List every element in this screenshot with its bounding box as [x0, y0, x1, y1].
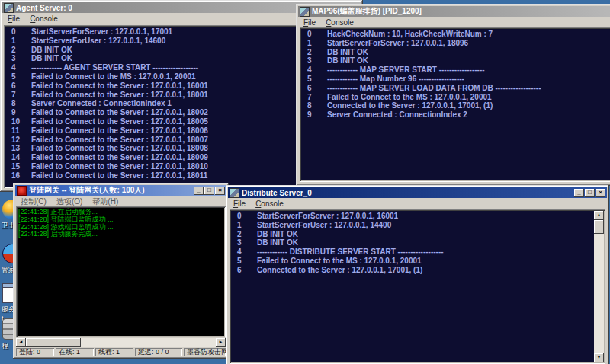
minimize-button[interactable]: _ [574, 189, 584, 197]
map96-title-bar[interactable]: MAP96(蝙盖服排货) [PID_1200] [298, 6, 610, 17]
menu-item[interactable]: Console [255, 200, 284, 208]
line-number: 6 [300, 84, 327, 93]
line-text: ------------ Map Number 96 -------------… [327, 75, 464, 84]
map96-console: 0 HackCheckNum : 10, HackCheckWriteNum :… [300, 27, 610, 182]
menu-item[interactable]: 帮助(H) [92, 196, 118, 207]
line-text: Failed to Connect to the MS : 127.0.0.1,… [31, 72, 196, 81]
console-line: 4 ------------ MAP SERVER START --------… [300, 65, 610, 75]
line-text: Failed to Connect to the Server : 127.0.… [31, 171, 207, 180]
console-line: 1 StartServerForUser : 127.0.0.1, 14400 [230, 221, 605, 230]
login-title-bar[interactable]: 登陆网关 -- 登陆网关(人数: 100人) _ □ × [15, 185, 226, 196]
scroll-thumb[interactable] [26, 338, 81, 347]
console-line: 1 StartServerForServer : 127.0.0.1, 1809… [300, 39, 610, 48]
status-segment: 线程: 1 [95, 348, 133, 356]
line-number: 2 [230, 230, 257, 239]
line-text: Failed to Connect to the Server : 127.0.… [31, 108, 208, 117]
line-text: Failed to Connect to the Server : 127.0.… [31, 81, 208, 91]
line-number: 8 [300, 101, 327, 110]
menu-item[interactable]: 控制(C) [21, 196, 47, 207]
scroll-thumb[interactable] [594, 220, 604, 234]
distribute-console: 0 StartServerForServer : 127.0.0.1, 1600… [230, 209, 605, 364]
line-number: 10 [4, 117, 31, 126]
line-text: Connected to the Server : 127.0.0.1, 170… [327, 101, 493, 110]
line-number: 1 [230, 221, 257, 230]
map96-menu-bar: FileConsole [298, 17, 610, 28]
menu-item[interactable]: File [233, 200, 246, 208]
line-text: Failed to Connect to the MS : 127.0.0.1,… [257, 257, 422, 266]
menu-item[interactable]: Console [30, 14, 58, 23]
status-segment: 延迟: 0 / 0 [135, 348, 182, 356]
line-number: 8 [4, 99, 31, 108]
distribute-title-bar[interactable]: Distribute Server_0 _ □ × [228, 187, 607, 198]
line-text: Failed to Connect to the Server : 127.0.… [31, 117, 208, 126]
scroll-right-button[interactable]: ► [216, 338, 226, 347]
map96-window: MAP96(蝙盖服排货) [PID_1200] FileConsole 0 Ha… [296, 4, 610, 186]
login-horizontal-scrollbar[interactable]: ◄ ► [16, 338, 226, 347]
scroll-track[interactable] [26, 338, 216, 347]
status-segment: 登陆: 0 [16, 348, 54, 356]
scroll-track[interactable] [594, 220, 604, 353]
minimize-button[interactable]: _ [194, 187, 204, 195]
scroll-down-button[interactable]: ▼ [594, 353, 604, 362]
line-number: 16 [4, 171, 31, 180]
window-title: MAP96(蝙盖服排货) [PID_1200] [312, 6, 422, 17]
line-number: 3 [300, 56, 327, 65]
line-text: Server Connected : ConnectionIndex 2 [327, 110, 467, 120]
line-text: DB INIT OK [327, 48, 368, 57]
desktop: { "glyphs":{"min":"_","max":"□","close":… [0, 0, 610, 364]
close-button[interactable]: × [596, 189, 605, 197]
line-text: Failed to Connect to the MS : 127.0.0.1,… [327, 93, 492, 102]
maximize-button[interactable]: □ [204, 187, 214, 195]
line-text: Failed to Connect to the Server : 127.0.… [31, 162, 208, 171]
line-number: 7 [300, 93, 327, 102]
window-title: 登陆网关 -- 登陆网关(人数: 100人) [29, 185, 145, 196]
distribute-vertical-scrollbar[interactable]: ▲ ▼ [594, 211, 604, 362]
menu-item[interactable]: File [8, 14, 20, 23]
line-text: StartServerForServer : 127.0.0.1, 16001 [257, 212, 398, 221]
scroll-up-button[interactable]: ▲ [594, 211, 604, 220]
line-number: 7 [4, 91, 31, 100]
line-text: DB INIT OK [257, 238, 298, 247]
maximize-button[interactable]: □ [585, 189, 595, 197]
line-text: ------------ AGENT SERVER START --------… [31, 63, 198, 72]
login-console: [22:41:28] 正在启动服务...[22:41:28] 登陆端口监听成功 … [16, 206, 226, 337]
line-text: StartServerForUser : 127.0.0.1, 14600 [31, 37, 165, 46]
line-text: StartServerForServer : 127.0.0.1, 18096 [327, 39, 468, 48]
menu-item[interactable]: Console [326, 18, 354, 27]
close-button[interactable]: × [215, 187, 225, 195]
console-line: 3 DB INIT OK [230, 238, 605, 247]
line-number: 12 [4, 136, 31, 145]
line-number: 14 [4, 153, 31, 162]
line-number: 4 [4, 63, 31, 72]
console-line: 6 Connected to the Server : 127.0.0.1, 1… [230, 266, 605, 275]
line-number: 3 [230, 238, 257, 247]
line-text: DB INIT OK [31, 46, 72, 55]
menu-item[interactable]: File [303, 18, 316, 27]
log-line: [22:41:28] 启动服务完成... [16, 231, 226, 238]
login-gateway-window: 登陆网关 -- 登陆网关(人数: 100人) _ □ × 控制(C)选项(O)帮… [13, 183, 229, 359]
line-text: Connected to the Server : 127.0.0.1, 170… [257, 266, 422, 275]
line-number: 3 [4, 54, 31, 63]
console-line: 0 StartServerForServer : 127.0.0.1, 1600… [230, 212, 605, 221]
line-number: 9 [300, 110, 327, 120]
console-line: 2 DB INIT OK [230, 230, 605, 239]
distribute-menu-bar: FileConsole [228, 198, 607, 209]
scroll-left-button[interactable]: ◄ [16, 338, 26, 347]
line-number: 0 [4, 27, 31, 37]
line-text: Failed to Connect to the Server : 127.0.… [31, 144, 208, 153]
distribute-server-window: Distribute Server_0 _ □ × FileConsole 0 … [226, 185, 609, 364]
line-number: 5 [300, 75, 327, 84]
line-number: 4 [230, 247, 257, 257]
app-icon [17, 186, 27, 196]
app-icon [300, 7, 310, 17]
menu-item[interactable]: 选项(O) [56, 196, 82, 207]
app-icon [230, 188, 239, 198]
window-title: Agent Server: 0 [16, 4, 72, 12]
line-number: 13 [4, 144, 31, 153]
console-line: 6 ------------ MAP SERVER LOAD DATA FROM… [300, 84, 610, 93]
line-number: 15 [4, 162, 31, 171]
line-text: Failed to Connect to the Server : 127.0.… [31, 91, 208, 100]
status-segment: 墨香防攻击网关免费版 [184, 348, 226, 356]
console-line: 5 ------------ Map Number 96 -----------… [300, 75, 610, 84]
console-line: 7 Failed to Connect to the MS : 127.0.0.… [300, 93, 610, 102]
